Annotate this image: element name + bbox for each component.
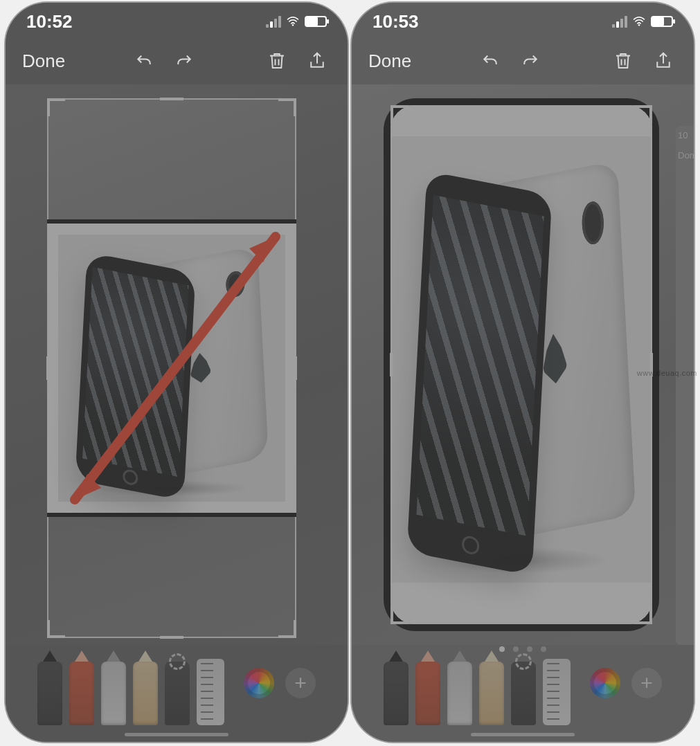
phone-left: 10:52 Done — [6, 3, 348, 742]
preview-time: 10 — [678, 130, 694, 140]
wifi-icon — [285, 15, 300, 28]
crop-handle-bottom[interactable] — [160, 636, 183, 639]
redo-icon[interactable] — [517, 47, 544, 75]
svg-point-4 — [638, 24, 640, 26]
preview-done: Don — [678, 150, 694, 161]
wifi-icon — [631, 15, 647, 28]
crop-handle-tl[interactable] — [47, 98, 65, 116]
screenshot-pair: 10:52 Done — [0, 0, 700, 746]
crop-handle-tr[interactable] — [278, 98, 296, 116]
screenshot-content[interactable] — [384, 98, 659, 631]
crop-frame[interactable] — [391, 105, 652, 624]
add-button[interactable]: + — [285, 668, 316, 698]
adjacent-page-preview[interactable]: 10 Don — [676, 126, 694, 645]
cellular-icon — [612, 15, 627, 28]
status-time: 10:53 — [373, 11, 419, 33]
trash-icon[interactable] — [609, 47, 637, 75]
page-dot[interactable] — [499, 646, 505, 652]
page-dot[interactable] — [541, 646, 546, 652]
page-dot[interactable] — [513, 646, 519, 652]
markup-toolbar: + — [6, 656, 348, 725]
marker-tool[interactable] — [69, 662, 94, 725]
color-picker[interactable] — [244, 668, 274, 698]
done-button[interactable]: Done — [368, 51, 411, 72]
status-indicators — [612, 15, 673, 28]
screenshot-content[interactable] — [47, 219, 296, 517]
share-icon[interactable] — [303, 47, 331, 75]
status-time: 10:52 — [26, 11, 73, 33]
svg-point-0 — [292, 24, 294, 26]
pencil-tool[interactable] — [447, 662, 472, 725]
ruler-tool[interactable] — [543, 659, 571, 725]
ruler-tool[interactable] — [197, 659, 224, 725]
home-indicator[interactable] — [125, 733, 228, 736]
home-indicator[interactable] — [471, 733, 575, 736]
pencil-tool[interactable] — [101, 662, 126, 725]
status-indicators — [266, 15, 327, 28]
crop-handle-bl[interactable] — [47, 620, 65, 638]
battery-icon — [651, 16, 673, 27]
pen-tool[interactable] — [384, 662, 409, 725]
page-dots[interactable] — [352, 646, 694, 652]
crop-handle-tl[interactable] — [391, 105, 409, 123]
pen-tool[interactable] — [37, 662, 62, 725]
phone-front-illustration — [75, 252, 196, 500]
toolbar: Done — [352, 40, 694, 82]
lasso-tool[interactable] — [511, 662, 536, 725]
crop-handle-top[interactable] — [160, 98, 183, 100]
undo-icon[interactable] — [476, 47, 504, 75]
undo-icon[interactable] — [130, 47, 158, 75]
eraser-tool[interactable] — [479, 662, 504, 725]
watermark: www.deuaq.com — [637, 369, 697, 377]
page-dot[interactable] — [527, 646, 532, 652]
eraser-tool[interactable] — [133, 662, 158, 725]
toolbar: Done — [6, 40, 348, 82]
crop-handle-left[interactable] — [390, 353, 393, 376]
crop-handle-bl[interactable] — [391, 606, 409, 624]
battery-icon — [305, 16, 327, 27]
add-button[interactable]: + — [631, 668, 662, 698]
lasso-tool[interactable] — [165, 662, 190, 725]
trash-icon[interactable] — [263, 47, 291, 75]
product-image — [58, 235, 285, 502]
status-bar: 10:53 — [352, 3, 694, 40]
crop-handle-br[interactable] — [634, 606, 652, 624]
crop-handle-br[interactable] — [278, 620, 296, 638]
cellular-icon — [266, 15, 281, 28]
marker-tool[interactable] — [415, 662, 440, 725]
edit-canvas[interactable]: 10 Don — [352, 84, 694, 645]
share-icon[interactable] — [649, 47, 677, 75]
crop-handle-tr[interactable] — [634, 105, 652, 123]
done-button[interactable]: Done — [22, 51, 65, 72]
redo-icon[interactable] — [170, 47, 198, 75]
edit-canvas[interactable] — [6, 84, 348, 645]
status-bar: 10:52 — [6, 3, 348, 40]
color-picker[interactable] — [590, 668, 620, 698]
markup-toolbar: + — [352, 656, 694, 725]
